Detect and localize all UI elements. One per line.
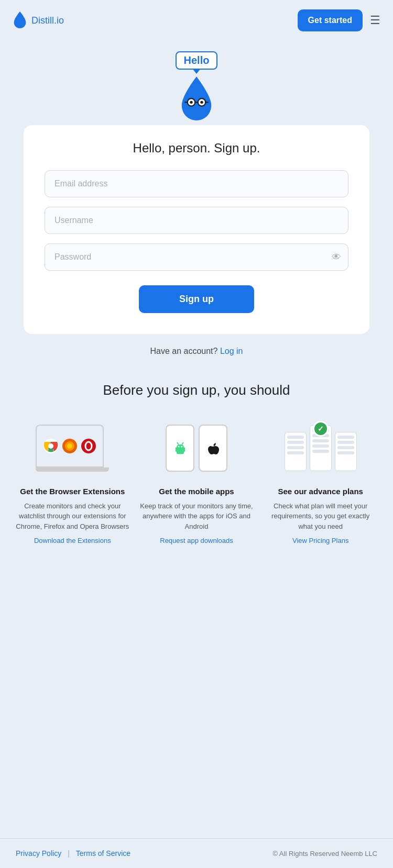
download-extensions-link[interactable]: Download the Extensions xyxy=(34,537,111,544)
ios-phone xyxy=(199,425,227,472)
show-password-icon[interactable]: 👁 xyxy=(332,252,341,263)
android-phone xyxy=(166,425,194,472)
get-started-button[interactable]: Get started xyxy=(298,9,363,31)
logo: Distill.io xyxy=(13,12,64,29)
view-pricing-plans-link[interactable]: View Pricing Plans xyxy=(292,537,348,544)
feature-1-desc: Create monitors and check your watchlist… xyxy=(16,501,129,532)
feature-3-name: See our advance plans xyxy=(278,486,363,497)
feature-2-desc: Keep track of your monitors any time, an… xyxy=(140,501,254,532)
android-icon xyxy=(173,441,188,455)
header: Distill.io Get started ☰ xyxy=(0,0,393,41)
plans-illustration: ✓ xyxy=(274,419,368,477)
email-group xyxy=(45,170,348,197)
header-right: Get started ☰ xyxy=(298,9,380,31)
before-section: Before you sign up, you should xyxy=(0,356,393,560)
svg-line-18 xyxy=(182,443,183,445)
email-input[interactable] xyxy=(45,170,348,197)
plan-card-1 xyxy=(285,432,307,471)
footer-copyright: © All Rights Reserved Neemb LLC xyxy=(272,850,377,858)
apple-icon xyxy=(207,441,220,455)
request-app-downloads-link[interactable]: Request app downloads xyxy=(160,537,233,544)
opera-icon xyxy=(81,439,96,453)
feature-plans: ✓ xyxy=(264,419,377,544)
privacy-policy-link[interactable]: Privacy Policy xyxy=(16,849,61,858)
feature-browser-extensions: Get the Browser Extensions Create monito… xyxy=(16,419,129,544)
checkmark-badge: ✓ xyxy=(313,421,329,437)
svg-point-12 xyxy=(67,443,72,449)
signup-button[interactable]: Sign up xyxy=(139,285,254,313)
features-grid: Get the Browser Extensions Create monito… xyxy=(16,419,377,544)
signup-title: Hello, person. Sign up. xyxy=(133,141,260,155)
footer-divider: | xyxy=(68,849,70,858)
firefox-icon xyxy=(62,439,77,453)
before-title: Before you sign up, you should xyxy=(16,382,377,398)
chrome-icon xyxy=(43,439,58,453)
username-input[interactable] xyxy=(45,207,348,234)
svg-line-17 xyxy=(177,443,178,445)
mascot-illustration xyxy=(173,73,220,125)
password-input[interactable] xyxy=(45,243,348,271)
password-group: 👁 xyxy=(45,243,348,271)
logo-text: Distill.io xyxy=(31,15,64,26)
svg-point-13 xyxy=(81,439,96,453)
browser-illustration xyxy=(25,419,119,477)
login-link[interactable]: Log in xyxy=(220,347,243,355)
feature-3-desc: Check what plan will meet your requireme… xyxy=(264,501,377,532)
plan-card-3 xyxy=(335,432,357,471)
mobile-illustration xyxy=(149,419,244,477)
svg-point-19 xyxy=(178,446,179,448)
svg-rect-15 xyxy=(175,448,177,452)
logo-icon xyxy=(13,12,27,29)
username-group xyxy=(45,207,348,234)
hamburger-menu-icon[interactable]: ☰ xyxy=(370,14,380,27)
hello-bubble: Hello xyxy=(176,51,218,70)
plans-wrap: ✓ xyxy=(285,425,357,471)
phones-wrap xyxy=(166,425,227,472)
laptop-wrap xyxy=(36,425,109,472)
feature-mobile-apps: Get the mobile apps Keep track of your m… xyxy=(140,419,254,544)
terms-of-service-link[interactable]: Terms of Service xyxy=(76,849,130,858)
svg-point-20 xyxy=(181,446,182,448)
svg-point-5 xyxy=(190,101,192,104)
feature-1-name: Get the Browser Extensions xyxy=(20,486,125,497)
have-account-text: Have an account? Log in xyxy=(150,347,243,356)
svg-point-9 xyxy=(48,443,53,449)
feature-2-name: Get the mobile apps xyxy=(159,486,234,497)
mascot-area: Hello xyxy=(173,51,220,125)
laptop-body xyxy=(36,425,104,468)
svg-rect-16 xyxy=(183,448,185,452)
signup-card: Hello, person. Sign up. 👁 Sign up xyxy=(24,125,369,334)
footer: Privacy Policy | Terms of Service © All … xyxy=(0,838,393,868)
svg-point-6 xyxy=(200,101,203,104)
footer-links: Privacy Policy | Terms of Service xyxy=(16,849,130,858)
laptop-base xyxy=(36,468,109,472)
